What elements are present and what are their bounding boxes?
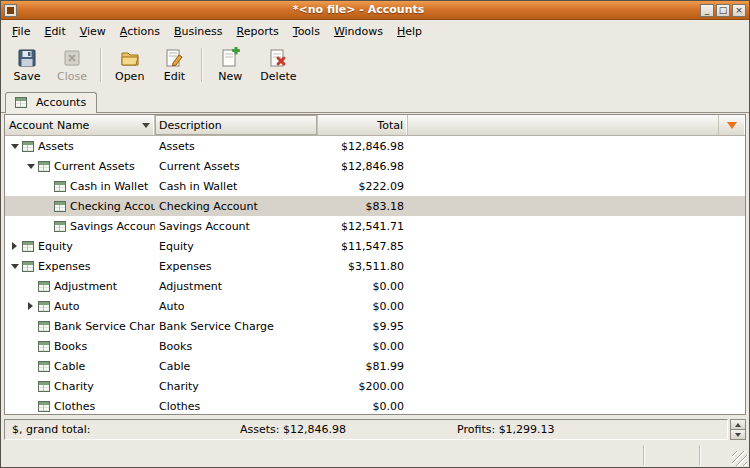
titlebar[interactable]: *<no file> - Accounts _ □ × bbox=[1, 1, 749, 20]
account-name: Books bbox=[54, 340, 87, 353]
table-row[interactable]: Bank Service Charge Bank Service Charge … bbox=[5, 316, 745, 336]
table-row[interactable]: Expenses Expenses $3,511.80 bbox=[5, 256, 745, 276]
table-row[interactable]: Equity Equity $11,547.85 bbox=[5, 236, 745, 256]
open-label: Open bbox=[115, 70, 144, 83]
expander-spacer bbox=[24, 360, 37, 372]
expander-icon[interactable] bbox=[24, 160, 37, 172]
account-name: Charity bbox=[54, 380, 94, 393]
expander-spacer bbox=[24, 320, 37, 332]
account-description: Current Assets bbox=[155, 160, 318, 173]
window-menu-icon[interactable] bbox=[4, 4, 17, 17]
account-description: Books bbox=[155, 340, 318, 353]
arrow-up-icon bbox=[735, 420, 741, 427]
expander-spacer bbox=[24, 280, 37, 292]
tab-label: Accounts bbox=[36, 96, 86, 109]
account-icon bbox=[22, 141, 34, 152]
close-file-label: Close bbox=[57, 70, 87, 83]
arrow-down-icon bbox=[735, 433, 741, 440]
expander-icon[interactable] bbox=[8, 240, 21, 252]
account-total: $12,541.71 bbox=[318, 220, 408, 233]
table-row[interactable]: Cash in Wallet Cash in Wallet $222.09 bbox=[5, 176, 745, 196]
account-description: Auto bbox=[155, 300, 318, 313]
table-row[interactable]: Charity Charity $200.00 bbox=[5, 376, 745, 396]
toolbar-separator bbox=[201, 48, 203, 82]
account-description: Bank Service Charge bbox=[155, 320, 318, 333]
account-icon bbox=[38, 281, 50, 292]
account-name: Bank Service Charge bbox=[54, 320, 155, 333]
close-file-icon bbox=[61, 47, 83, 69]
menu-tools[interactable]: Tools bbox=[286, 22, 327, 41]
window-bottom-strip bbox=[1, 442, 749, 468]
account-total: $0.00 bbox=[318, 280, 408, 293]
expander-spacer bbox=[24, 380, 37, 392]
table-row[interactable]: Current Assets Current Assets $12,846.98 bbox=[5, 156, 745, 176]
table-row[interactable]: Auto Auto $0.00 bbox=[5, 296, 745, 316]
menu-file[interactable]: File bbox=[5, 22, 37, 41]
account-icon bbox=[22, 261, 34, 272]
account-name: Expenses bbox=[38, 260, 90, 273]
account-total: $0.00 bbox=[318, 400, 408, 413]
table-row[interactable]: Savings Account Savings Account $12,541.… bbox=[5, 216, 745, 236]
menu-reports[interactable]: Reports bbox=[230, 22, 286, 41]
menu-edit[interactable]: Edit bbox=[37, 22, 72, 41]
menu-view[interactable]: View bbox=[73, 22, 113, 41]
account-icon bbox=[54, 201, 66, 212]
delete-icon bbox=[267, 47, 289, 69]
delete-button[interactable]: Delete bbox=[252, 44, 304, 86]
statusbar-divider bbox=[699, 445, 701, 465]
edit-icon bbox=[163, 47, 185, 69]
expander-icon[interactable] bbox=[8, 260, 21, 272]
table-row[interactable]: Clothes Clothes $0.00 bbox=[5, 396, 745, 413]
spinner-down-button[interactable] bbox=[730, 430, 746, 440]
resize-grip[interactable] bbox=[732, 451, 747, 466]
column-select-button[interactable] bbox=[719, 115, 745, 135]
tab-accounts[interactable]: Accounts bbox=[5, 92, 97, 113]
table-row-selected[interactable]: Checking Account Checking Account $83.18 bbox=[5, 196, 745, 216]
summary-bar: $, grand total: Assets: $12,846.98 Profi… bbox=[4, 419, 728, 440]
column-header-account-name[interactable]: Account Name bbox=[5, 115, 155, 135]
profits-total: Profits: $1,299.13 bbox=[457, 423, 555, 436]
save-button[interactable]: Save bbox=[5, 44, 49, 86]
account-description: Equity bbox=[155, 240, 318, 253]
menu-business[interactable]: Business bbox=[167, 22, 230, 41]
account-total: $81.99 bbox=[318, 360, 408, 373]
expander-icon[interactable] bbox=[24, 300, 37, 312]
table-row[interactable]: Cable Cable $81.99 bbox=[5, 356, 745, 376]
table-row[interactable]: Adjustment Adjustment $0.00 bbox=[5, 276, 745, 296]
toolbar: Save Close Open Edit New bbox=[1, 42, 749, 88]
edit-button[interactable]: Edit bbox=[152, 44, 196, 86]
menu-actions[interactable]: Actions bbox=[113, 22, 167, 41]
table-row[interactable]: Assets Assets $12,846.98 bbox=[5, 136, 745, 156]
column-header-total[interactable]: Total bbox=[318, 115, 408, 135]
minimize-button[interactable]: _ bbox=[700, 4, 714, 17]
save-label: Save bbox=[13, 70, 40, 83]
account-name: Cash in Wallet bbox=[70, 180, 148, 193]
new-button[interactable]: New bbox=[208, 44, 252, 86]
summary-spinner bbox=[730, 419, 746, 440]
close-button[interactable]: × bbox=[732, 4, 746, 17]
arrow-down-icon bbox=[727, 122, 737, 134]
spinner-up-button[interactable] bbox=[730, 419, 746, 430]
account-name: Savings Account bbox=[70, 220, 155, 233]
account-total: $0.00 bbox=[318, 340, 408, 353]
new-icon bbox=[219, 47, 241, 69]
maximize-button[interactable]: □ bbox=[716, 4, 730, 17]
menu-help[interactable]: Help bbox=[390, 22, 429, 41]
column-header-description[interactable]: Description bbox=[155, 115, 318, 135]
menu-windows[interactable]: Windows bbox=[327, 22, 390, 41]
column-header-filler bbox=[408, 115, 719, 135]
assets-total: Assets: $12,846.98 bbox=[240, 423, 346, 436]
expander-icon[interactable] bbox=[8, 140, 21, 152]
table-row[interactable]: Books Books $0.00 bbox=[5, 336, 745, 356]
expander-spacer bbox=[24, 340, 37, 352]
expander-spacer bbox=[40, 180, 53, 192]
open-button[interactable]: Open bbox=[107, 44, 152, 86]
open-icon bbox=[119, 47, 141, 69]
table-header-row: Account Name Description Total bbox=[5, 115, 745, 136]
save-icon bbox=[16, 47, 38, 69]
grand-total-label: $, grand total: bbox=[12, 423, 91, 436]
menubar: File Edit View Actions Business Reports … bbox=[1, 20, 749, 42]
delete-label: Delete bbox=[260, 70, 296, 83]
account-total: $83.18 bbox=[318, 200, 408, 213]
total-header-label: Total bbox=[377, 119, 403, 132]
